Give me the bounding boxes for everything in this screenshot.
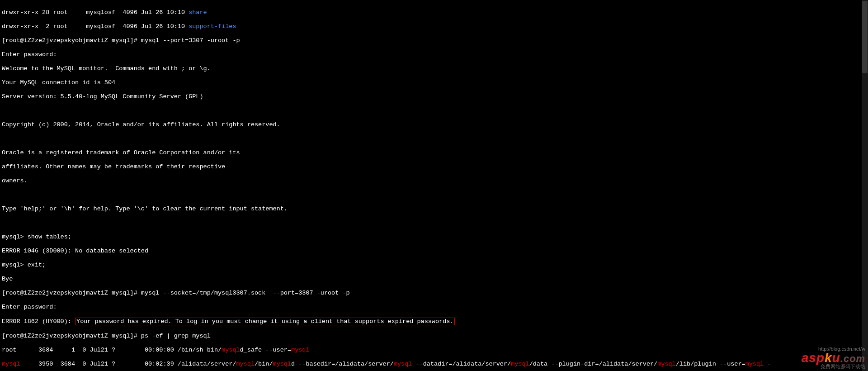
ls-entry: drwxr-xr-x 28 root mysqlosf 4096 Jul 26 … [2, 9, 866, 16]
mysql-server-ver: Server version: 5.5.40-log MySQL Communi… [2, 93, 866, 100]
mysql-trademark: affiliates. Other names may be trademark… [2, 163, 866, 171]
mysql-prompt: mysql> exit; [2, 262, 866, 269]
scrollbar[interactable] [862, 0, 868, 371]
blank [2, 191, 866, 199]
mysql-trademark: owners. [2, 177, 866, 185]
blank [2, 135, 866, 143]
mysql-help: Type 'help;' or '\h' for help. Type '\c'… [2, 205, 866, 213]
mysql-error-expired: ERROR 1862 (HY000): Your password has ex… [2, 318, 866, 326]
ps-row: root 3684 1 0 Jul21 ? 00:00:00 /bin/sh b… [2, 347, 866, 354]
enter-password: Enter password: [2, 51, 866, 58]
mysql-copyright: Copyright (c) 2000, 2014, Oracle and/or … [2, 121, 866, 128]
mysql-bye: Bye [2, 276, 866, 283]
mysql-conn-id: Your MySQL connection id is 504 [2, 79, 866, 86]
ps-row: mysql 3950 3684 0 Jul21 ? 00:02:39 /alid… [2, 361, 866, 368]
mysql-trademark: Oracle is a registered trademark of Orac… [2, 149, 866, 157]
enter-password: Enter password: [2, 304, 866, 311]
blank [2, 107, 866, 114]
mysql-prompt: mysql> show tables; [2, 233, 866, 241]
dir-name: support-files [189, 23, 236, 30]
blank [2, 219, 866, 227]
dir-name: share [189, 9, 207, 16]
ls-entry: drwxr-xr-x 2 root mysqlosf 4096 Jul 26 1… [2, 23, 866, 30]
shell-prompt-line: [root@iZ2ze2jvzepskyobjmavtiZ mysql]# my… [2, 290, 866, 297]
terminal-output[interactable]: drwxr-xr-x 28 root mysqlosf 4096 Jul 26 … [0, 0, 868, 371]
error-highlight-box: Your password has expired. To log in you… [75, 318, 455, 326]
scrollbar-thumb[interactable] [862, 1, 868, 73]
mysql-error: ERROR 1046 (3D000): No database selected [2, 247, 866, 255]
shell-prompt-line: [root@iZ2ze2jvzepskyobjmavtiZ mysql]# ps… [2, 333, 866, 340]
shell-prompt-line: [root@iZ2ze2jvzepskyobjmavtiZ mysql]# my… [2, 37, 866, 44]
mysql-welcome: Welcome to the MySQL monitor. Commands e… [2, 65, 866, 72]
